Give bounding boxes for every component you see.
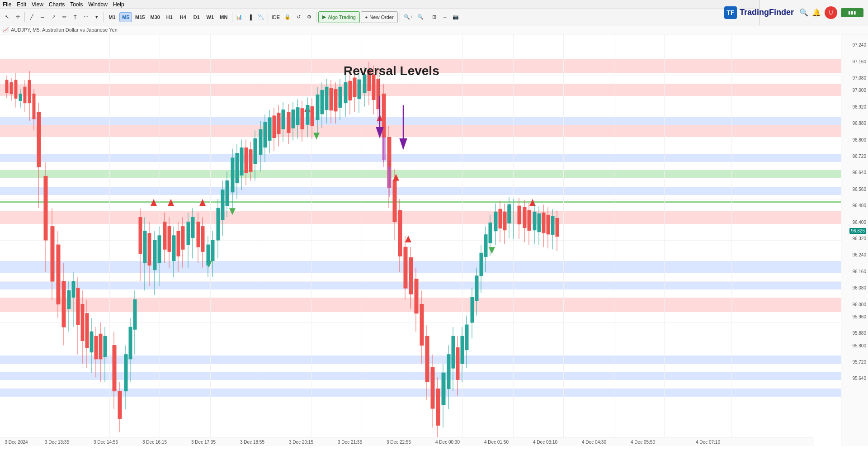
menu-window[interactable]: Window [88,1,108,8]
svg-rect-29 [76,288,80,325]
crosshair-tool[interactable]: ✛ [13,11,23,23]
price-96880: 96.880 [852,121,866,126]
balance-indicator: ▮▮▮ [841,9,863,17]
menu-file[interactable]: File [3,1,11,8]
settings-btn[interactable]: ⚙ [304,11,314,23]
new-order-button[interactable]: + New Order [361,11,398,23]
time-label-12: 4 Dec 04:30 [582,440,606,445]
svg-rect-103 [259,129,262,155]
svg-rect-121 [301,109,304,129]
svg-rect-11 [28,80,31,103]
svg-rect-197 [489,223,492,243]
play-icon: ▶ [322,14,326,20]
horizontal-line-tool[interactable]: ─ [38,11,47,23]
logo-name: TradingFinder [740,9,794,17]
separator [24,12,25,22]
svg-rect-73 [187,222,190,245]
menu-help[interactable]: Help [113,1,124,8]
signal-arrow-down-1 [151,199,157,206]
svg-rect-49 [129,327,132,359]
svg-rect-35 [90,332,93,352]
screenshot-btn[interactable]: 📷 [451,11,461,23]
time-label-9: 4 Dec 00:30 [435,440,460,445]
tf-h1[interactable]: H1 [163,12,176,22]
arrow-tool[interactable]: ↗ [48,11,58,23]
price-97000: 97.000 [852,88,866,93]
logo-area: TF TradingFinder 🔍 🔔 U ▮▮▮ [760,9,868,25]
svg-rect-67 [172,236,175,261]
notifications-icon[interactable]: 🔔 [812,9,821,17]
search-icon[interactable]: 🔍 [799,9,808,17]
zoom-in-btn[interactable]: 🔍+ [402,11,415,23]
logo: TF TradingFinder [724,9,794,19]
menu-charts[interactable]: Charts [49,1,65,8]
svg-rect-135 [334,89,337,111]
chart-type-bar[interactable]: 📊 [234,11,244,23]
price-96480: 96.480 [852,203,866,208]
chart-type-candle[interactable]: ▐ [245,11,255,23]
tf-m30[interactable]: M30 [148,12,162,22]
time-label-4: 3 Dec 17:35 [191,440,216,445]
svg-rect-39 [99,334,102,359]
svg-rect-1 [5,80,8,93]
time-label-11: 4 Dec 03:10 [533,440,557,445]
menu-edit[interactable]: Edit [17,1,26,8]
tf-m15[interactable]: M15 [133,12,147,22]
price-96640: 96.640 [852,170,866,175]
svg-rect-119 [296,108,299,125]
refresh-btn[interactable]: ↺ [293,11,303,23]
tf-h4[interactable]: H4 [177,12,189,22]
chart-symbol-icon: 📈 [3,27,9,33]
price-axis: 97.240 97.160 97.080 97.000 96.920 96.88… [841,34,868,446]
svg-rect-63 [163,222,166,250]
svg-rect-5 [14,80,17,98]
menu-tools[interactable]: Tools [70,1,83,8]
svg-rect-213 [528,210,531,230]
text-tool[interactable]: T [70,11,80,23]
signal-arrow-down-7 [405,236,411,242]
price-96800: 96.800 [852,137,866,142]
svg-rect-65 [168,227,171,252]
time-label-0: 3 Dec 2024 [5,440,28,445]
menu-view[interactable]: View [32,1,43,8]
user-avatar[interactable]: U [825,9,837,19]
algo-trading-button[interactable]: ▶ Algo Trading [318,11,360,23]
svg-rect-195 [484,235,487,257]
svg-rect-101 [254,139,257,164]
svg-rect-131 [325,87,328,110]
tf-m1[interactable]: M1 [106,12,118,22]
svg-rect-31 [81,304,84,341]
tf-mn[interactable]: MN [217,12,230,22]
fib-tool[interactable]: ⋯ [81,11,91,23]
more-tools[interactable]: ▾ [92,11,102,23]
pencil-tool[interactable]: ✏ [59,11,69,23]
chart-container: .bull { fill: #26a69a; stroke: #26a69a; … [0,34,868,455]
indicators-btn[interactable]: IDE [270,11,282,23]
svg-rect-79 [201,227,204,252]
svg-rect-177 [442,373,445,405]
svg-rect-109 [273,116,276,138]
tf-m5[interactable]: M5 [119,12,132,22]
svg-rect-181 [452,336,455,368]
tf-d1[interactable]: D1 [190,12,203,22]
svg-rect-201 [499,209,502,228]
new-order-icon: + [365,14,368,20]
zoom-out-btn[interactable]: 🔍− [415,11,428,23]
line-tool[interactable]: ╱ [27,11,37,23]
time-label-13: 4 Dec 05:50 [631,440,655,445]
price-96560: 96.560 [852,187,866,192]
svg-rect-173 [431,367,434,408]
svg-rect-51 [133,299,137,329]
grid-btn[interactable]: ⊞ [429,11,439,23]
tf-w1[interactable]: W1 [204,12,217,22]
lock-btn[interactable]: 🔒 [283,11,292,23]
svg-rect-71 [181,227,184,250]
auto-scroll-btn[interactable]: ↔ [440,11,450,23]
svg-rect-207 [508,206,511,223]
chart-type-line[interactable]: 📉 [256,11,266,23]
cursor-tool[interactable]: ↖ [2,11,12,23]
svg-rect-23 [62,281,66,327]
price-97240: 97.240 [852,43,866,47]
svg-rect-171 [425,336,429,382]
svg-rect-175 [436,389,440,426]
